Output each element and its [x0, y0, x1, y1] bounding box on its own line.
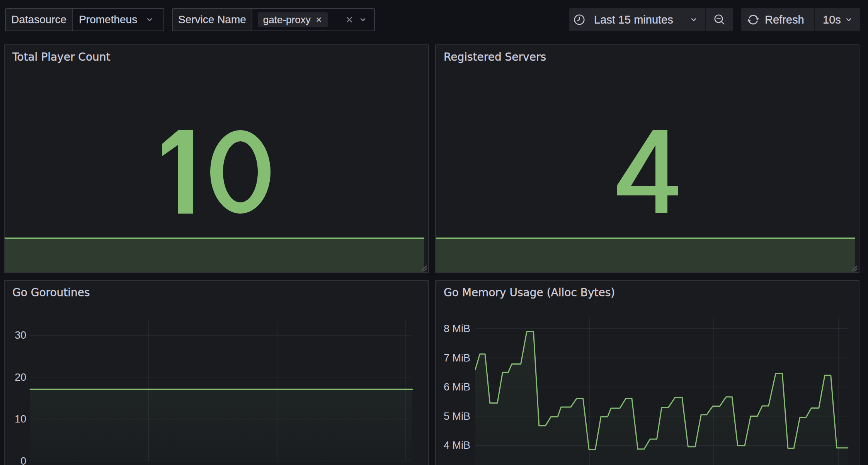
svg-text:8 MiB: 8 MiB: [444, 323, 470, 334]
refresh-icon: [747, 13, 760, 26]
datasource-picker: Datasource Prometheus: [5, 8, 164, 31]
chevron-down-icon: [359, 16, 367, 24]
panel-registered-servers: Registered Servers: [435, 44, 859, 273]
refresh-group: Refresh 10s: [741, 8, 860, 31]
panel-title[interactable]: Registered Servers: [444, 51, 546, 63]
stat-sparkline: [436, 238, 855, 272]
clear-selection-icon[interactable]: [345, 15, 354, 24]
panel-total-player-count: Total Player Count: [4, 44, 429, 273]
refresh-interval-dropdown[interactable]: 10s: [815, 8, 860, 31]
chevron-down-icon: [690, 16, 698, 24]
chevron-down-icon: [845, 16, 853, 24]
datasource-value: Prometheus: [79, 14, 137, 26]
panel-go-memory-usage: Go Memory Usage (Alloc Bytes) 4 MiB5 MiB…: [435, 280, 859, 465]
zoom-out-icon: [713, 13, 726, 26]
zoom-out-button[interactable]: [706, 8, 733, 31]
service-name-tag-label: gate-proxy: [263, 14, 311, 26]
svg-text:4 MiB: 4 MiB: [444, 440, 470, 451]
svg-text:0: 0: [20, 455, 26, 465]
svg-text:10: 10: [15, 413, 26, 425]
memory-chart: 4 MiB5 MiB6 MiB7 MiB8 MiB: [436, 281, 859, 465]
datasource-label: Datasource: [6, 9, 73, 31]
service-name-value-dropdown[interactable]: gate-proxy: [252, 9, 374, 31]
svg-text:20: 20: [15, 372, 26, 383]
svg-text:5 MiB: 5 MiB: [444, 411, 470, 422]
svg-text:6 MiB: 6 MiB: [444, 381, 470, 393]
panel-title[interactable]: Total Player Count: [12, 51, 110, 63]
svg-text:7 MiB: 7 MiB: [444, 352, 470, 364]
service-name-picker: Service Name gate-proxy: [172, 8, 375, 31]
goroutines-chart: 0102030: [5, 281, 428, 465]
panel-go-goroutines: Go Goroutines 0102030: [4, 280, 429, 465]
svg-text:30: 30: [15, 329, 26, 341]
refresh-label: Refresh: [765, 14, 804, 26]
time-range-picker[interactable]: Last 15 minutes: [569, 8, 705, 31]
time-range-label: Last 15 minutes: [594, 14, 673, 26]
refresh-button[interactable]: Refresh: [741, 8, 814, 31]
stat-sparkline: [5, 238, 424, 272]
service-name-label: Service Name: [173, 9, 252, 31]
tag-remove-icon[interactable]: [315, 16, 322, 23]
time-picker-group: Last 15 minutes: [569, 8, 733, 31]
panel-resize-handle[interactable]: [849, 262, 858, 272]
datasource-value-dropdown[interactable]: Prometheus: [73, 9, 163, 31]
panel-title[interactable]: Go Goroutines: [12, 286, 90, 299]
chevron-down-icon: [146, 16, 153, 24]
service-name-tag[interactable]: gate-proxy: [258, 12, 328, 27]
refresh-interval-value: 10s: [823, 14, 841, 26]
clock-icon: [573, 14, 585, 26]
panel-resize-handle[interactable]: [418, 262, 427, 272]
panel-title[interactable]: Go Memory Usage (Alloc Bytes): [444, 286, 615, 299]
